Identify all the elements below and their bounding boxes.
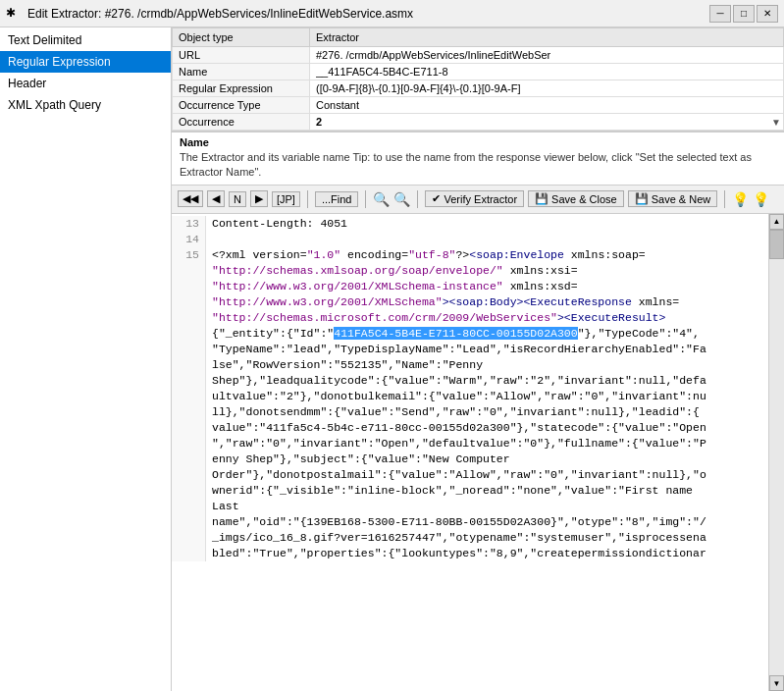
line-number	[172, 530, 206, 546]
line-text: enny Shep"},"subject":{"value":"New Comp…	[206, 452, 768, 467]
content-line: ","raw":"0","invariant":"Open","defaultv…	[172, 436, 768, 452]
regex-input[interactable]	[316, 82, 777, 94]
content-line: 15<?xml version="1.0" encoding="utf-8"?>…	[172, 247, 768, 263]
line-number	[172, 404, 206, 420]
xml-tag: ><soap:Body><ExecuteResponse	[443, 295, 632, 308]
line-number	[172, 452, 206, 467]
line-number	[172, 436, 206, 452]
line-text: bled":"True","properties":{"lookuntypes"…	[206, 546, 768, 561]
separator-2	[365, 190, 366, 208]
nav-next-button[interactable]: ▶	[250, 190, 268, 207]
name-input[interactable]	[316, 66, 777, 78]
app-icon: ✱	[6, 6, 22, 22]
nav-prev-button[interactable]: ◀	[207, 190, 225, 207]
xml-tag: ><ExecuteResult>	[557, 311, 665, 324]
save-close-button[interactable]: 💾 Save & Close	[528, 190, 624, 207]
prop-value-occurrence[interactable]: ▼	[310, 114, 784, 131]
scroll-up-button[interactable]: ▲	[769, 214, 784, 230]
line-number	[172, 342, 206, 357]
line-number	[172, 499, 206, 514]
content-area[interactable]: 13Content-Length: 40511415<?xml version=…	[172, 214, 768, 691]
search-icon-2[interactable]: 🔍	[393, 191, 410, 207]
sidebar-item-xml-xpath[interactable]: XML Xpath Query	[0, 94, 171, 116]
prop-label-name: Name	[173, 64, 310, 80]
url-input[interactable]	[316, 49, 777, 61]
maximize-button[interactable]: □	[733, 5, 755, 23]
content-line: name","oid":"{139EB168-5300-E711-80BB-00…	[172, 514, 768, 530]
nav-n-button[interactable]: N	[229, 191, 246, 207]
prop-value-regex[interactable]	[310, 80, 784, 97]
prop-row-regex: Regular Expression	[173, 80, 784, 97]
content-line: "http://www.w3.org/2001/XMLSchema-instan…	[172, 279, 768, 294]
content-line: {"_entity":{"Id":"411FA5C4-5B4E-E711-80C…	[172, 326, 768, 342]
desc-title: Name	[180, 136, 776, 148]
save-new-button[interactable]: 💾 Save & New	[628, 190, 718, 207]
nav-first-button[interactable]: ◀◀	[178, 190, 203, 207]
line-number	[172, 326, 206, 342]
line-number	[172, 279, 206, 294]
sidebar-item-regular-expression[interactable]: Regular Expression	[0, 51, 171, 73]
separator-1	[307, 190, 308, 208]
line-number	[172, 357, 206, 373]
content-line: 13Content-Length: 4051	[172, 216, 768, 232]
sidebar-item-text-delimited[interactable]: Text Delimited	[0, 29, 171, 51]
content-line: ll},"donotsendmm":{"value":"Send","raw":…	[172, 404, 768, 420]
line-text: <?xml version="1.0" encoding="utf-8"?><s…	[206, 247, 768, 263]
find-button[interactable]: ...Find	[315, 191, 359, 207]
line-text: "http://schemas.microsoft.com/crm/2009/W…	[206, 310, 768, 326]
search-icon-1[interactable]: 🔍	[373, 191, 390, 207]
xml-tag: <soap:Envelope	[469, 248, 564, 261]
verify-icon: ✔	[432, 192, 441, 205]
line-text: Order"},"donotpostalmail":{"value":"Allo…	[206, 467, 768, 483]
prop-value-name[interactable]	[310, 64, 784, 80]
content-line: _imgs/ico_16_8.gif?ver=1616257447","otyp…	[172, 530, 768, 546]
content-line: Shep"},"leadqualitycode":{"value":"Warm"…	[172, 373, 768, 389]
line-number	[172, 514, 206, 530]
hint-icon-1[interactable]: 💡	[732, 191, 749, 207]
line-number	[172, 389, 206, 404]
content-line: value":"411fa5c4-5b4c-e711-80cc-00155d02…	[172, 420, 768, 436]
prop-row-occurrence-type: Occurrence Type Constant	[173, 97, 784, 114]
line-text: value":"411fa5c4-5b4c-e711-80cc-00155d02…	[206, 420, 768, 436]
content-line: ultvalue":"2"},"donotbulkemail":{"value"…	[172, 389, 768, 404]
main-container: Text Delimited Regular Expression Header…	[0, 27, 784, 691]
scroll-down-button[interactable]: ▼	[769, 675, 784, 691]
verify-label: Verify Extractor	[444, 193, 517, 205]
line-text	[206, 232, 768, 247]
line-text: ","raw":"0","invariant":"Open","defaultv…	[206, 436, 768, 452]
content-line: "http://schemas.xmlsoap.org/soap/envelop…	[172, 263, 768, 279]
save-new-icon: 💾	[635, 192, 649, 205]
occurrence-dropdown-arrow[interactable]: ▼	[771, 117, 781, 128]
content-wrapper: 13Content-Length: 40511415<?xml version=…	[172, 214, 784, 691]
prop-label-url: URL	[173, 47, 310, 64]
description-box: Name The Extractor and its variable name…	[172, 132, 784, 185]
xml-string: "utf-8"	[408, 248, 455, 261]
line-text: "TypeName":"lead","TypeDisplayName":"Lea…	[206, 342, 768, 357]
window-controls: ─ □ ✕	[709, 5, 778, 23]
verify-extractor-button[interactable]: ✔ Verify Extractor	[425, 190, 524, 207]
prop-value-occurrence-type[interactable]: Constant	[310, 97, 784, 114]
scroll-track[interactable]	[769, 230, 784, 675]
prop-value-url[interactable]	[310, 47, 784, 64]
line-number	[172, 546, 206, 561]
nav-jp-button[interactable]: [JP]	[272, 191, 300, 207]
prop-row-url: URL	[173, 47, 784, 64]
vertical-scrollbar[interactable]: ▲ ▼	[768, 214, 784, 691]
line-text: ll},"donotsendmm":{"value":"Send","raw":…	[206, 404, 768, 420]
line-text: Content-Length: 4051	[206, 216, 768, 232]
xml-string: "http://www.w3.org/2001/XMLSchema"	[212, 295, 443, 308]
scroll-thumb[interactable]	[769, 230, 784, 259]
hint-icon-2[interactable]: 💡	[753, 191, 769, 207]
sidebar-item-header[interactable]: Header	[0, 73, 171, 94]
prop-row-name: Name	[173, 64, 784, 80]
minimize-button[interactable]: ─	[709, 5, 731, 23]
xml-string: "1.0"	[307, 248, 341, 261]
content-line: "TypeName":"lead","TypeDisplayName":"Lea…	[172, 342, 768, 357]
line-text: "http://www.w3.org/2001/XMLSchema"><soap…	[206, 294, 768, 310]
close-button[interactable]: ✕	[757, 5, 778, 23]
xml-string: "http://schemas.microsoft.com/crm/2009/W…	[212, 311, 557, 324]
col-header-object-type: Object type	[173, 28, 310, 47]
line-text: {"_entity":{"Id":"411FA5C4-5B4E-E711-80C…	[206, 326, 768, 342]
separator-3	[417, 190, 418, 208]
occurrence-input[interactable]	[316, 116, 731, 128]
